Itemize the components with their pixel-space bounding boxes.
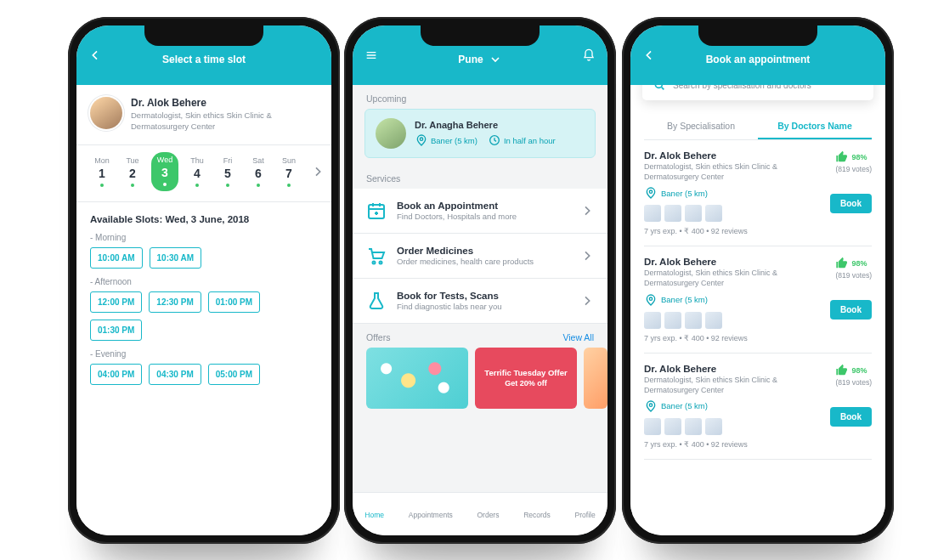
time-slot[interactable]: 10:00 AM <box>90 247 143 269</box>
doctor-rating: 98% <box>835 257 872 270</box>
clinic-photos <box>644 205 823 222</box>
time-slot[interactable]: 12:00 PM <box>90 291 142 313</box>
day-cell[interactable]: Tue2 <box>121 156 144 187</box>
doctor-specialisation: Dermatologist, Skin ethics Skin Clinic &… <box>644 268 788 288</box>
doctor-location: Baner (5 km) <box>644 399 823 413</box>
svg-point-0 <box>420 138 422 140</box>
slot-group-label: - Afternoon <box>90 277 318 286</box>
doctor-list-item[interactable]: Dr. Alok Behere Dermatologist, Skin ethi… <box>644 246 872 353</box>
day-cell[interactable]: Thu4 <box>185 156 209 187</box>
nav-item-profile[interactable]: Profile <box>575 509 596 519</box>
upcoming-doctor-name: Dr. Anagha Behere <box>415 120 585 130</box>
clinic-photos <box>644 418 823 435</box>
offers-section-label: Offers <box>366 332 390 342</box>
doctor-specialisation: Dermatologist, Skin ethics Skin Clinic &… <box>131 110 284 133</box>
svg-point-12 <box>649 404 652 406</box>
services-section-label: Services <box>353 165 607 189</box>
offer-card[interactable] <box>366 348 468 409</box>
doctor-votes: (819 votes) <box>835 165 872 173</box>
service-item[interactable]: Order MedicinesOrder medicines, health c… <box>353 234 607 279</box>
search-icon <box>653 85 666 92</box>
back-button[interactable] <box>630 25 668 85</box>
svg-point-3 <box>373 262 376 264</box>
upcoming-section-label: Upcoming <box>353 85 607 109</box>
doctor-avatar <box>90 97 122 129</box>
bell-icon <box>582 48 596 62</box>
time-slot[interactable]: 10:30 AM <box>150 247 202 269</box>
tabs: By Specialisation By Doctors Name <box>644 112 872 140</box>
menu-button[interactable] <box>353 25 390 85</box>
available-slots-title: Available Slots: Wed, 3 June, 2018 <box>90 214 318 224</box>
doctor-name: Dr. Alok Behere <box>131 97 284 109</box>
hamburger-icon <box>364 48 378 62</box>
book-button[interactable]: Book <box>830 407 872 427</box>
nav-item-records[interactable]: Records <box>523 509 551 519</box>
day-cell[interactable]: Wed3 <box>151 152 178 191</box>
doctor-list-item[interactable]: Dr. Alok Behere Dermatologist, Skin ethi… <box>644 140 872 246</box>
time-slot[interactable]: 05:00 PM <box>208 364 260 385</box>
page-title: Select a time slot <box>162 54 246 65</box>
cal-plus-icon <box>366 201 387 221</box>
day-cell[interactable]: Sun7 <box>277 156 301 187</box>
doctor-specialisation: Dermatologist, Skin ethics Skin Clinic &… <box>644 161 788 182</box>
search-input[interactable]: Search by specialisation and doctors <box>642 85 873 100</box>
upcoming-appointment-card[interactable]: Dr. Anagha Behere Baner (5 km) In half a… <box>364 109 596 158</box>
service-item[interactable]: Book for Tests, ScansFind diagnostic lab… <box>353 279 607 324</box>
location-label: Pune <box>458 54 483 65</box>
nav-item-home[interactable]: Home <box>364 509 384 519</box>
phone-notch <box>698 25 817 46</box>
doctor-specialisation: Dermatologist, Skin ethics Skin Clinic &… <box>644 375 788 395</box>
time-slot[interactable]: 12:30 PM <box>149 291 201 313</box>
doctor-rating: 98% <box>835 150 872 164</box>
slot-group-label: - Evening <box>90 349 318 359</box>
offers-carousel[interactable]: Terrific Tuesday Offer Get 20% off <box>353 348 607 409</box>
chevron-down-icon <box>489 53 502 66</box>
book-button[interactable]: Book <box>830 194 872 213</box>
doctor-rating: 98% <box>835 364 872 377</box>
offer-subtitle: Get 20% off <box>505 379 547 387</box>
next-week-button[interactable] <box>308 165 325 178</box>
offer-card[interactable] <box>584 348 607 409</box>
tab-by-doctors-name[interactable]: By Doctors Name <box>758 112 872 139</box>
time-slot[interactable]: 04:00 PM <box>90 364 142 385</box>
slot-group-label: - Morning <box>90 233 318 242</box>
offer-card[interactable]: Terrific Tuesday Offer Get 20% off <box>475 348 577 409</box>
time-slot[interactable]: 01:30 PM <box>90 320 142 341</box>
service-item[interactable]: Book an AppointmentFind Doctors, Hospita… <box>353 189 607 234</box>
nav-item-appointments[interactable]: Appointments <box>409 509 453 519</box>
doctor-name: Dr. Alok Behere <box>644 150 823 161</box>
doctor-votes: (819 votes) <box>835 271 872 280</box>
tab-by-specialisation[interactable]: By Specialisation <box>644 112 758 139</box>
location-selector[interactable]: Pune <box>458 53 501 66</box>
day-cell[interactable]: Mon1 <box>90 156 114 187</box>
phone-notch <box>421 25 540 46</box>
day-cell[interactable]: Fri5 <box>216 156 240 187</box>
book-button[interactable]: Book <box>830 300 872 320</box>
phone-notch <box>144 25 263 46</box>
chevron-right-icon <box>580 204 594 218</box>
doctor-summary: Dr. Alok Behere Dermatologist, Skin ethi… <box>76 85 331 145</box>
doctor-list-item[interactable]: Dr. Alok Behere Dermatologist, Skin ethi… <box>644 354 872 460</box>
page-title: Book an appointment <box>706 54 811 65</box>
back-button[interactable] <box>76 25 114 85</box>
day-cell[interactable]: Sat6 <box>246 156 270 187</box>
offer-title: Terrific Tuesday Offer <box>484 369 567 378</box>
cart-svc-icon <box>366 246 387 266</box>
doctor-meta: 7 yrs exp. • ₹ 400 • 92 reviews <box>644 227 823 235</box>
nav-item-orders[interactable]: Orders <box>477 509 499 519</box>
time-slot[interactable]: 01:00 PM <box>208 291 260 313</box>
doctor-name: Dr. Alok Behere <box>644 257 823 267</box>
svg-point-10 <box>649 190 652 193</box>
bottom-nav: HomeAppointmentsOrdersRecordsProfile <box>353 492 607 535</box>
view-all-link[interactable]: View All <box>562 332 594 342</box>
chevron-right-icon <box>580 294 594 308</box>
search-placeholder: Search by specialisation and doctors <box>673 85 811 90</box>
svg-point-9 <box>655 85 662 88</box>
back-arrow-icon <box>88 48 102 62</box>
svg-point-4 <box>380 262 382 264</box>
upcoming-location: Baner (5 km) <box>415 133 477 147</box>
flask-icon <box>366 291 387 311</box>
notifications-button[interactable] <box>570 25 607 85</box>
time-slot[interactable]: 04:30 PM <box>149 364 201 385</box>
doctor-avatar <box>376 118 406 149</box>
